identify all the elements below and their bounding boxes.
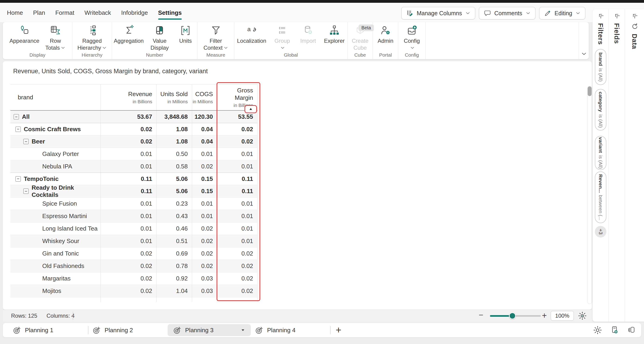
table-row-spice-fusion[interactable]: Spice Fusion0.010.230.010.01 (10, 198, 258, 210)
aggregation-icon (123, 25, 134, 36)
row-label-cell: Whiskey Sour (10, 235, 101, 247)
table-row-whiskey-sour[interactable]: Whiskey Sour0.010.510.020.01 (10, 235, 258, 247)
add-sheet-button[interactable]: + (336, 325, 342, 335)
manage-columns-button[interactable]: Manage Columns (401, 7, 475, 20)
collapse-row-toggle[interactable] (16, 127, 21, 132)
zoom-out-button[interactable]: − (479, 310, 483, 319)
value-cell (217, 297, 258, 302)
filter-pill-category[interactable]: categoryis (All) (595, 89, 606, 131)
menu-item-home[interactable]: Home (7, 9, 23, 18)
column-header-units-sold[interactable]: Units Soldin Millions (156, 85, 192, 110)
row-label: Old Fashioneds (42, 262, 84, 270)
tab-planning-1[interactable]: Planning 1 (13, 326, 53, 334)
table-row-nebula-ipa[interactable]: Nebula IPA0.010.580.020.01 (10, 160, 258, 173)
table-row-partial (10, 297, 258, 302)
ribbon-item-admin[interactable]: Admin (376, 25, 396, 44)
table-row-old-fashioneds[interactable]: Old Fashioneds0.020.780.020.02 (10, 260, 258, 272)
comments-button[interactable]: Comments (479, 7, 536, 20)
collapse-row-toggle[interactable] (14, 114, 19, 119)
collapse-fields-button[interactable] (613, 13, 620, 20)
value-cell: 0.01 (217, 148, 258, 160)
zoom-level-input[interactable]: 100% (551, 311, 574, 321)
table-row-ready-to-drink-cocktails[interactable]: Ready to Drink Cocktails0.115.060.150.11 (10, 185, 258, 198)
settings-gear-icon[interactable] (593, 326, 602, 334)
filter-pill-variant[interactable]: variantis (All) (595, 136, 606, 170)
value-cell: 3,848.68 (156, 111, 192, 123)
ribbon-item-label: Aggregation (114, 38, 144, 44)
ribbon-item-filter-context[interactable]: FilterContext (204, 25, 228, 51)
ribbon-item-value-display[interactable]: ValueDisplay (150, 25, 170, 51)
sort-ascending-chip[interactable] (244, 105, 257, 113)
refresh-icon[interactable] (631, 23, 638, 30)
ribbon-item-explorer[interactable]: Explorer (324, 25, 344, 44)
menu-item-plan[interactable]: Plan (33, 9, 45, 18)
tab-planning-4[interactable]: Planning 4 (255, 326, 296, 334)
column-header-brand[interactable]: brand (10, 85, 101, 110)
collapse-row-toggle[interactable] (23, 189, 29, 194)
value-cell: 0.01 (101, 222, 156, 235)
table-row-espresso-martini[interactable]: Espresso Martini0.010.430.010.01 (10, 210, 258, 222)
chevron-down-icon (60, 45, 65, 51)
row-label: Cosmic Craft Brews (24, 126, 81, 133)
ribbon-item-row-totals[interactable]: RowTotals (45, 25, 65, 51)
new-sheet-icon[interactable] (610, 326, 619, 334)
ribbon-group-config: ConfigConfig (398, 22, 426, 59)
collapse-row-toggle[interactable] (16, 176, 21, 182)
filter-pill-brand[interactable]: brandis (All) (595, 49, 606, 85)
tab-label: Planning 1 (25, 327, 53, 334)
menu-item-infobridge[interactable]: Infobridge (121, 9, 148, 18)
row-label: Spice Fusion (42, 200, 77, 207)
menu-item-settings[interactable]: Settings (158, 9, 182, 18)
table-row-gin-and-tonic[interactable]: Gin and Tonic0.020.690.020.02 (10, 247, 258, 260)
menu-item-writeback[interactable]: Writeback (84, 9, 111, 18)
collapse-data-button[interactable] (631, 13, 638, 20)
ribbon-item-ragged-hierarchy[interactable]: RaggedHierarchy (77, 25, 107, 51)
value-cell (101, 297, 156, 302)
units-icon (180, 25, 191, 36)
table-vertical-scrollbar[interactable] (588, 86, 592, 303)
ribbon-item-label: CreateCube (352, 38, 368, 51)
tab-planning-2[interactable]: Planning 2 (92, 326, 133, 334)
menu-item-format[interactable]: Format (55, 9, 74, 18)
table-row-long-island-iced-tea[interactable]: Long Island Iced Tea0.010.460.020.01 (10, 222, 258, 235)
row-label-cell: Spice Fusion (10, 198, 101, 210)
ribbon-item-label: Localization (237, 38, 266, 44)
value-cell: 1.08 (156, 135, 192, 148)
table-row-mojitos[interactable]: Mojitos0.021.040.030.02 (10, 285, 258, 297)
row-label: Long Island Iced Tea (42, 225, 98, 232)
ribbon-group-label: Measure (198, 52, 234, 58)
ribbon-item-localization[interactable]: aLocalization (237, 25, 266, 44)
value-cell: 0.02 (101, 123, 156, 135)
collapse-filters-button[interactable] (597, 13, 604, 20)
row-label-cell: Mojitos (10, 285, 101, 297)
editing-button[interactable]: Editing (539, 7, 585, 20)
chevron-down-icon (222, 45, 228, 51)
column-header-cogs[interactable]: COGSin Millions (192, 85, 217, 110)
value-cell: 0.02 (101, 285, 156, 297)
column-header-revenue[interactable]: Revenuein Billions (101, 85, 156, 110)
scrollbar-thumb[interactable] (588, 86, 592, 96)
tab-planning-3[interactable]: Planning 3 (168, 324, 251, 336)
table-row-beer[interactable]: Beer0.021.080.040.02 (10, 135, 258, 148)
caret-down-icon[interactable] (240, 328, 245, 332)
table-row-all[interactable]: All53.673,848.68120.3053.55 (10, 111, 258, 123)
table-row-margaritas[interactable]: Margaritas0.020.920.030.02 (10, 272, 258, 285)
zoom-slider-knob[interactable] (509, 312, 516, 319)
zoom-in-button[interactable]: + (542, 311, 547, 320)
more-filters-badge[interactable]: +3 (595, 226, 606, 237)
ribbon-item-units[interactable]: Units (176, 25, 195, 44)
table-row-galaxy-porter[interactable]: Galaxy Porter0.010.500.010.01 (10, 148, 258, 160)
collapse-row-toggle[interactable] (23, 139, 29, 144)
table-row-tempotonic[interactable]: TempoTonic0.115.060.150.11 (10, 173, 258, 185)
manage-columns-icon (406, 10, 414, 17)
table-row-cosmic-craft-brews[interactable]: Cosmic Craft Brews0.021.080.040.02 (10, 123, 258, 135)
ribbon-item-appearance[interactable]: Appearance (10, 25, 39, 44)
column-header-label: Gross Margin (217, 87, 253, 101)
table-settings-gear-icon[interactable] (578, 311, 587, 320)
filter-pill-reven[interactable]: Reven...between (... (595, 171, 606, 223)
ribbon-collapse-button[interactable] (579, 22, 589, 59)
ribbon-item-config[interactable]: Config (402, 25, 422, 51)
copies-icon[interactable] (627, 326, 636, 334)
ribbon-item-aggregation[interactable]: Aggregation (114, 25, 144, 44)
zoom-slider[interactable] (490, 315, 541, 317)
